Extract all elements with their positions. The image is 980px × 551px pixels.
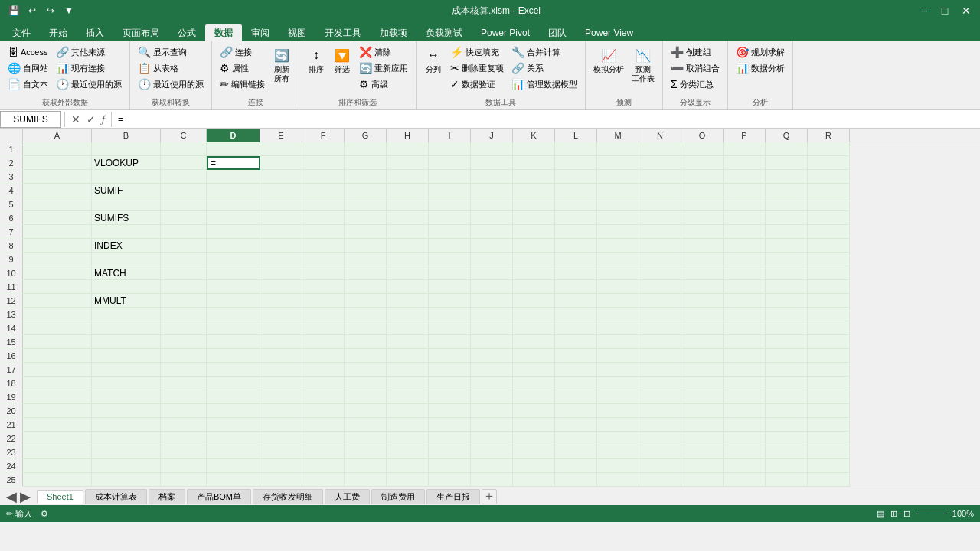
cell-E4[interactable] [260, 184, 302, 197]
cell-P13[interactable] [724, 308, 766, 321]
cell-I14[interactable] [429, 321, 471, 335]
cell-G13[interactable] [345, 308, 387, 321]
cell-R12[interactable] [808, 294, 850, 308]
cell-I20[interactable] [429, 404, 471, 418]
cell-N18[interactable] [639, 377, 681, 390]
cell-Q7[interactable] [766, 225, 808, 239]
cell-L4[interactable] [555, 184, 597, 197]
cell-N12[interactable] [639, 294, 681, 308]
cell-P20[interactable] [724, 404, 766, 418]
cell-M2[interactable] [597, 156, 639, 170]
tab-powerpivot[interactable]: Power Pivot [472, 24, 539, 41]
cell-L19[interactable] [555, 390, 597, 404]
cell-M17[interactable] [597, 363, 639, 377]
cell-C10[interactable] [161, 266, 207, 280]
cell-N14[interactable] [639, 321, 681, 335]
cell-Q8[interactable] [766, 239, 808, 253]
cell-D5[interactable] [207, 197, 260, 211]
cell-A13[interactable] [23, 308, 92, 321]
cell-F14[interactable] [302, 321, 345, 335]
cell-B19[interactable] [92, 390, 161, 404]
col-header-g[interactable]: G [345, 129, 387, 142]
cell-J12[interactable] [471, 294, 513, 308]
clear-button[interactable]: ❌清除 [356, 44, 411, 60]
cell-M13[interactable] [597, 308, 639, 321]
cell-E3[interactable] [260, 170, 302, 184]
cell-M1[interactable] [597, 142, 639, 156]
cell-M24[interactable] [597, 459, 639, 473]
cell-N19[interactable] [639, 390, 681, 404]
cell-F25[interactable] [302, 473, 345, 487]
reapply-button[interactable]: 🔄重新应用 [356, 60, 411, 76]
group-button[interactable]: ➕创建组 [668, 44, 723, 60]
cell-Q18[interactable] [766, 377, 808, 390]
col-header-a[interactable]: A [23, 129, 92, 142]
cell-K23[interactable] [513, 445, 555, 459]
cell-I22[interactable] [429, 432, 471, 445]
cell-D14[interactable] [207, 321, 260, 335]
cell-D8[interactable] [207, 239, 260, 253]
cell-G20[interactable] [345, 404, 387, 418]
cell-M18[interactable] [597, 377, 639, 390]
cell-R8[interactable] [808, 239, 850, 253]
cell-Q6[interactable] [766, 211, 808, 225]
cell-B17[interactable] [92, 363, 161, 377]
cell-Q12[interactable] [766, 294, 808, 308]
cell-F3[interactable] [302, 170, 345, 184]
tab-team[interactable]: 团队 [539, 24, 576, 41]
cell-D13[interactable] [207, 308, 260, 321]
cell-R18[interactable] [808, 377, 850, 390]
cell-B14[interactable] [92, 321, 161, 335]
cell-O24[interactable] [681, 459, 724, 473]
cell-B1[interactable] [92, 142, 161, 156]
cell-O3[interactable] [681, 170, 724, 184]
cell-N5[interactable] [639, 197, 681, 211]
cell-C2[interactable] [161, 156, 207, 170]
cell-C8[interactable] [161, 239, 207, 253]
cell-R5[interactable] [808, 197, 850, 211]
cell-N4[interactable] [639, 184, 681, 197]
cell-Q20[interactable] [766, 404, 808, 418]
cell-Q22[interactable] [766, 432, 808, 445]
cell-F21[interactable] [302, 418, 345, 432]
cell-L15[interactable] [555, 335, 597, 349]
cell-G19[interactable] [345, 390, 387, 404]
cell-F16[interactable] [302, 349, 345, 363]
cell-F10[interactable] [302, 266, 345, 280]
cell-R9[interactable] [808, 253, 850, 266]
cell-Q24[interactable] [766, 459, 808, 473]
cell-G11[interactable] [345, 280, 387, 294]
cell-P1[interactable] [724, 142, 766, 156]
cell-E22[interactable] [260, 432, 302, 445]
cell-C9[interactable] [161, 253, 207, 266]
cell-J25[interactable] [471, 473, 513, 487]
cell-C20[interactable] [161, 404, 207, 418]
cell-R4[interactable] [808, 184, 850, 197]
cell-R13[interactable] [808, 308, 850, 321]
data-analysis-button[interactable]: 📊数据分析 [733, 60, 788, 76]
col-header-l[interactable]: L [555, 129, 597, 142]
cell-A10[interactable] [23, 266, 92, 280]
cell-I12[interactable] [429, 294, 471, 308]
tab-pagelayout[interactable]: 页面布局 [113, 24, 168, 41]
cell-O16[interactable] [681, 349, 724, 363]
cell-D24[interactable] [207, 459, 260, 473]
cell-H9[interactable] [387, 253, 429, 266]
cell-B20[interactable] [92, 404, 161, 418]
cell-J4[interactable] [471, 184, 513, 197]
cell-F17[interactable] [302, 363, 345, 377]
cell-B21[interactable] [92, 418, 161, 432]
cell-H10[interactable] [387, 266, 429, 280]
cell-K9[interactable] [513, 253, 555, 266]
cell-O13[interactable] [681, 308, 724, 321]
cell-C4[interactable] [161, 184, 207, 197]
cell-G12[interactable] [345, 294, 387, 308]
cell-J20[interactable] [471, 404, 513, 418]
cell-O6[interactable] [681, 211, 724, 225]
cell-A20[interactable] [23, 404, 92, 418]
cell-G10[interactable] [345, 266, 387, 280]
cell-N8[interactable] [639, 239, 681, 253]
ungroup-button[interactable]: ➖取消组合 [668, 60, 723, 76]
undo-icon[interactable]: ↩ [24, 3, 40, 18]
relations-button[interactable]: 🔗关系 [508, 60, 580, 76]
